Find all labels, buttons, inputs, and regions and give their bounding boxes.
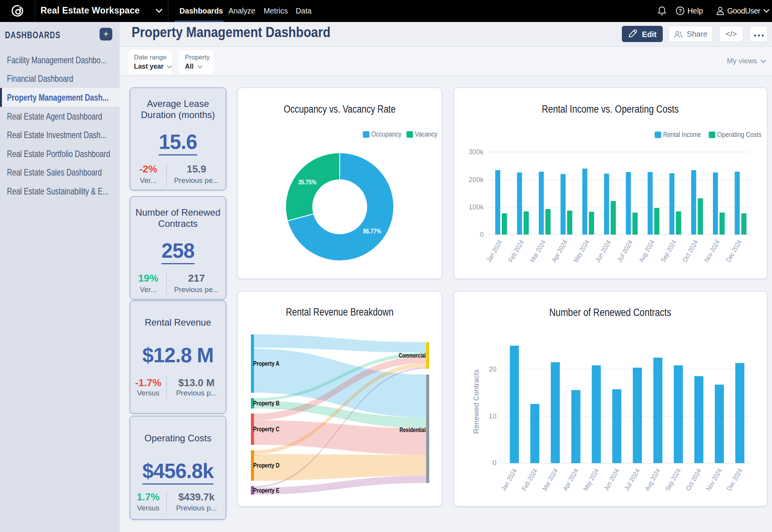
svg-text:Operating Costs: Operating Costs xyxy=(717,131,762,138)
svg-text:Jul 2024: Jul 2024 xyxy=(623,468,642,492)
svg-text:Rental Income: Rental Income xyxy=(663,131,701,138)
svg-text:35.75%: 35.75% xyxy=(298,179,317,186)
svg-text:Rental Income vs. Operating Co: Rental Income vs. Operating Costs xyxy=(542,103,679,115)
svg-text:Number of Renewed Contracts: Number of Renewed Contracts xyxy=(549,307,671,318)
svg-text:Vacancy: Vacancy xyxy=(415,130,437,138)
svg-text:May 2024: May 2024 xyxy=(572,239,591,263)
svg-text:Renewed Contracts: Renewed Contracts xyxy=(472,370,480,434)
svg-text:10: 10 xyxy=(489,412,496,420)
svg-text:Sep 2024: Sep 2024 xyxy=(664,468,682,492)
svg-text:Occupancy: Occupancy xyxy=(371,130,401,138)
svg-text:Jul 2024: Jul 2024 xyxy=(616,239,634,263)
svg-text:Rental Revenue Breakdown: Rental Revenue Breakdown xyxy=(286,306,394,318)
svg-text:Nov 2024: Nov 2024 xyxy=(703,239,721,263)
svg-text:100k: 100k xyxy=(469,203,484,211)
svg-text:Aug 2024: Aug 2024 xyxy=(638,239,656,263)
svg-text:Apr 2024: Apr 2024 xyxy=(550,239,569,263)
svg-text:Dec 2024: Dec 2024 xyxy=(725,239,743,263)
svg-text:Nov 2024: Nov 2024 xyxy=(705,468,723,492)
svg-text:0: 0 xyxy=(493,459,496,467)
svg-text:Apr 2024: Apr 2024 xyxy=(561,468,580,492)
svg-text:Property E: Property E xyxy=(253,487,279,494)
svg-text:Property C: Property C xyxy=(253,426,279,432)
svg-text:Jun 2024: Jun 2024 xyxy=(594,239,613,263)
svg-text:0: 0 xyxy=(480,231,484,238)
svg-text:Jan 2024: Jan 2024 xyxy=(500,468,518,492)
svg-text:Oct 2024: Oct 2024 xyxy=(684,468,703,492)
svg-text:Sep 2024: Sep 2024 xyxy=(659,239,678,263)
svg-text:Commercial: Commercial xyxy=(399,352,426,359)
svg-text:Occupancy vs. Vacancy Rate: Occupancy vs. Vacancy Rate xyxy=(284,103,396,115)
svg-text:Dec 2024: Dec 2024 xyxy=(725,468,744,492)
svg-text:200k: 200k xyxy=(469,176,484,184)
svg-text:Jan 2024: Jan 2024 xyxy=(485,239,504,263)
svg-text:Property D: Property D xyxy=(253,462,279,469)
svg-text:Feb 2024: Feb 2024 xyxy=(507,239,525,263)
svg-text:Mar 2024: Mar 2024 xyxy=(529,239,547,263)
svg-text:Property A: Property A xyxy=(253,360,279,367)
svg-text:300k: 300k xyxy=(469,148,484,156)
svg-text:20: 20 xyxy=(489,365,496,373)
svg-text:?: ? xyxy=(679,8,682,14)
svg-text:Aug 2024: Aug 2024 xyxy=(643,468,662,492)
svg-text:Residential: Residential xyxy=(400,426,426,433)
svg-text:May 2024: May 2024 xyxy=(582,468,600,492)
svg-text:Jun 2024: Jun 2024 xyxy=(603,468,621,492)
svg-text:Property B: Property B xyxy=(253,400,279,407)
svg-text:Feb 2024: Feb 2024 xyxy=(520,468,539,492)
svg-text:Oct 2024: Oct 2024 xyxy=(681,239,699,263)
svg-text:Mar 2024: Mar 2024 xyxy=(541,468,559,492)
svg-text:86.77%: 86.77% xyxy=(363,228,381,235)
